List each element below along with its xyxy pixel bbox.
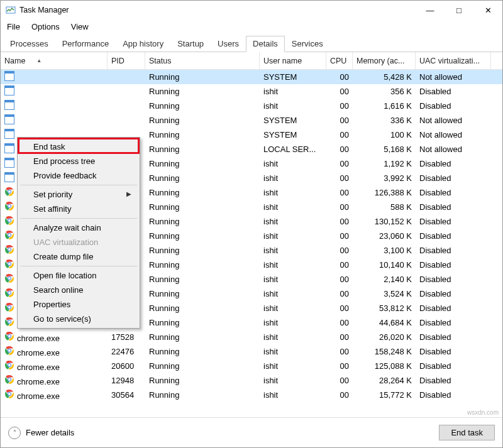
cell-uac: Disabled (416, 188, 491, 197)
table-row[interactable]: Runningishit001,616 KDisabled (1, 99, 502, 113)
table-row[interactable]: Runningishit00356 KDisabled (1, 84, 502, 99)
cell-memory: 588 K (353, 202, 416, 212)
tab-app-history[interactable]: App history (116, 36, 170, 52)
fewer-details-label: Fewer details (26, 428, 74, 437)
close-button[interactable]: ✕ (473, 1, 502, 19)
header-status[interactable]: Status (145, 52, 260, 69)
header-cpu[interactable]: CPU (326, 52, 353, 69)
table-row[interactable]: chrome.exe20600Runningishit00125,088 KDi… (1, 359, 502, 373)
chrome-icon (4, 201, 14, 211)
context-menu-item-set-priority[interactable]: Set priority▶ (19, 187, 138, 202)
header-user[interactable]: User name (260, 52, 326, 69)
cell-status: Running (145, 202, 260, 212)
tab-details[interactable]: Details (246, 36, 285, 52)
cell-status: Running (145, 260, 260, 270)
cell-uac: Not allowed (416, 116, 491, 125)
cell-cpu: 00 (326, 275, 353, 284)
svg-point-45 (8, 393, 11, 395)
table-row[interactable]: RunningSYSTEM00336 KNot allowed (1, 113, 502, 128)
menu-file[interactable]: File (6, 21, 21, 33)
cell-cpu: 00 (326, 231, 353, 241)
cell-status: Running (145, 101, 260, 111)
cell-cpu: 00 (326, 347, 353, 356)
context-menu-item-search-online[interactable]: Search online (19, 283, 138, 297)
cell-uac: Disabled (416, 217, 491, 226)
chevron-up-icon: ˄ (8, 427, 21, 439)
context-menu-separator (20, 185, 137, 185)
cell-name: chrome.exe (17, 334, 60, 343)
cell-cpu: 00 (326, 361, 353, 371)
tab-users[interactable]: Users (211, 36, 246, 52)
cell-status: Running (145, 303, 260, 313)
context-menu-item-create-dump-file[interactable]: Create dump file (19, 249, 138, 264)
cell-status: Running (145, 145, 260, 154)
table-row[interactable]: chrome.exe22476Runningishit00158,248 KDi… (1, 344, 502, 359)
minimize-button[interactable]: — (416, 1, 445, 19)
table-row[interactable]: chrome.exe12948Runningishit0028,264 KDis… (1, 373, 502, 388)
cell-uac: Disabled (416, 101, 491, 111)
context-menu-item-analyze-wait-chain[interactable]: Analyze wait chain (19, 221, 138, 235)
menu-options[interactable]: Options (30, 21, 61, 33)
cell-memory: 158,248 K (353, 347, 416, 356)
context-menu-item-set-affinity[interactable]: Set affinity (19, 202, 138, 216)
menu-view[interactable]: View (70, 21, 90, 33)
chrome-icon (4, 259, 14, 269)
cell-user: ishit (260, 101, 326, 111)
cell-memory: 3,992 K (353, 173, 416, 183)
cell-cpu: 00 (326, 318, 353, 327)
tab-services[interactable]: Services (285, 36, 330, 52)
window-process-icon (4, 158, 14, 168)
svg-point-9 (8, 219, 11, 222)
cell-name: chrome.exe (17, 363, 60, 372)
cell-user: ishit (260, 376, 326, 385)
tab-performance[interactable]: Performance (55, 36, 116, 52)
context-menu-item-end-task[interactable]: End task (19, 139, 138, 154)
context-menu-item-provide-feedback[interactable]: Provide feedback (19, 168, 138, 183)
header-name[interactable]: Name▲ (1, 52, 108, 69)
header-memory[interactable]: Memory (ac... (353, 52, 416, 69)
table-row[interactable]: chrome.exe30564Runningishit0015,772 KDis… (1, 388, 502, 402)
svg-point-33 (8, 335, 11, 337)
table-row[interactable]: chrome.exe17528Runningishit0026,020 KDis… (1, 330, 502, 344)
table-row[interactable]: RunningSYSTEM005,428 KNot allowed (1, 70, 502, 84)
cell-cpu: 00 (326, 145, 353, 154)
cell-cpu: 00 (326, 332, 353, 342)
chevron-right-icon: ▶ (126, 190, 131, 197)
cell-user: ishit (260, 202, 326, 212)
cell-uac: Not allowed (416, 130, 491, 139)
tab-startup[interactable]: Startup (170, 36, 211, 52)
chrome-icon (4, 346, 14, 356)
svg-point-12 (8, 234, 11, 236)
cell-user: ishit (260, 275, 326, 284)
fewer-details-button[interactable]: ˄ Fewer details (8, 427, 74, 439)
cell-status: Running (145, 275, 260, 284)
cell-status: Running (145, 72, 260, 82)
cell-status: Running (145, 217, 260, 226)
cell-cpu: 00 (326, 72, 353, 82)
context-menu-item-properties[interactable]: Properties (19, 297, 138, 312)
cell-user: ishit (260, 87, 326, 96)
context-menu: End taskEnd process treeProvide feedback… (17, 137, 140, 329)
cell-status: Running (145, 188, 260, 197)
cell-pid: 22476 (108, 347, 145, 356)
cell-status: Running (145, 347, 260, 356)
maximize-button[interactable]: □ (445, 1, 473, 19)
header-pid[interactable]: PID (108, 52, 145, 69)
cell-memory: 26,020 K (353, 332, 416, 342)
header-uac[interactable]: UAC virtualizati... (416, 52, 491, 69)
cell-cpu: 00 (326, 87, 353, 96)
context-menu-item-open-file-location[interactable]: Open file location (19, 268, 138, 283)
chrome-icon (4, 288, 14, 298)
context-menu-item-go-to-service-s-[interactable]: Go to service(s) (19, 312, 138, 326)
chrome-icon (4, 302, 14, 312)
context-menu-item-end-process-tree[interactable]: End process tree (19, 154, 138, 168)
chrome-icon (4, 374, 14, 385)
cell-cpu: 00 (326, 246, 353, 255)
cell-status: Running (145, 231, 260, 241)
cell-status: Running (145, 159, 260, 168)
window-process-icon (4, 71, 14, 81)
svg-point-30 (8, 320, 11, 323)
cell-user: ishit (260, 188, 326, 197)
tab-processes[interactable]: Processes (3, 36, 55, 52)
end-task-button[interactable]: End task (439, 425, 495, 440)
